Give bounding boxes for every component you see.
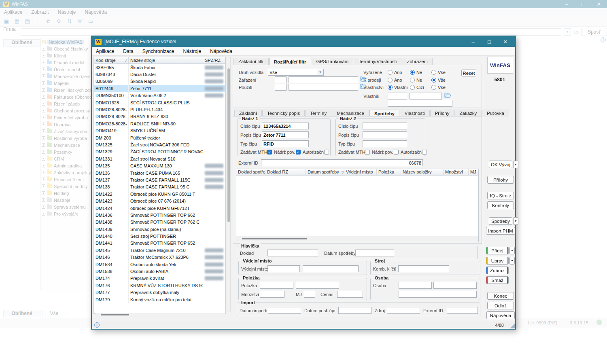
window-list-icon[interactable]: ▤: [23, 17, 32, 25]
osoba-code-input[interactable]: [399, 282, 432, 289]
osoba-name-input[interactable]: [433, 282, 477, 289]
copy-icon[interactable]: ⧉: [45, 17, 53, 25]
spot-eby-button[interactable]: Spotřeby: [489, 217, 512, 225]
tree-item[interactable]: +Speciální moduly: [41, 183, 92, 190]
vydejni-misto-code-input[interactable]: [267, 265, 300, 272]
bg-menu-item[interactable]: Nástroje: [58, 9, 76, 15]
autorizacni-checkbox[interactable]: [422, 150, 427, 154]
table-row[interactable]: DM1440Secí stroj POTTINGER: [94, 233, 225, 239]
expand-icon[interactable]: +: [42, 81, 45, 85]
tree-item[interactable]: +Pro vývojáře: [41, 210, 92, 217]
tree-item[interactable]: +Fakturace (Obchod: [41, 93, 92, 100]
dropdown-arrow-button[interactable]: ▼: [509, 247, 515, 254]
table-row[interactable]: DDMN350100Vozík Vario A 08.2: [94, 92, 225, 99]
datum-importu-input[interactable]: [268, 307, 301, 314]
nadrz1-cislo-cipu-input[interactable]: [262, 123, 309, 129]
tree-item[interactable]: +Rostlinná výroba: [41, 135, 92, 142]
window-titlebar[interactable]: W [MOJE_FIRMA] Evidence vozidel – □ ✕: [92, 36, 515, 47]
tree-item[interactable]: +Procesní řízení: [41, 176, 92, 183]
mj-input[interactable]: [304, 291, 315, 298]
komb-klicu-input[interactable]: [398, 265, 449, 272]
tree-item[interactable]: +Nástroje: [41, 197, 92, 203]
tree-item[interactable]: +Řízení zásob: [41, 100, 92, 107]
expand-icon[interactable]: +: [42, 150, 45, 154]
menu-item[interactable]: Data: [123, 49, 133, 54]
expand-icon[interactable]: +: [42, 95, 45, 99]
grid-column-header[interactable]: Výdejní místo: [344, 169, 377, 175]
kontroly-button[interactable]: Kontroly: [487, 201, 514, 209]
expand-icon[interactable]: +: [42, 157, 45, 161]
table-row[interactable]: DDMO419SMYK LUČNÍ 5M: [94, 127, 225, 134]
grid-column-header[interactable]: Množství: [444, 169, 469, 175]
table-row[interactable]: DDMO28-8028-PLUH-PH-1-434: [94, 106, 225, 113]
firma-input[interactable]: [21, 28, 561, 36]
maximize-button[interactable]: □: [481, 37, 497, 47]
dropdown-arrow-button[interactable]: ▼: [513, 161, 518, 168]
table-row[interactable]: DM1534Osobní auto škoda Yeti: [94, 261, 225, 268]
favorites-panel-header[interactable]: Oblíbené: [3, 39, 40, 47]
grid-column-header[interactable]: MJ: [469, 169, 478, 175]
tree-root-item[interactable]: ▤Nabídka WinFAS: [41, 38, 92, 45]
window-cascade-icon[interactable]: ▦: [13, 17, 21, 25]
tree-item[interactable]: +Manažerské řízení: [41, 73, 92, 80]
datum-posl-upr-input[interactable]: [338, 307, 371, 314]
iq-stroje-button[interactable]: IQ - Stroje: [487, 192, 514, 199]
expand-icon[interactable]: +: [42, 212, 45, 216]
folder-open-icon[interactable]: [444, 92, 451, 99]
minimize-button[interactable]: –: [465, 37, 481, 47]
tree-item[interactable]: +Finanční modul: [41, 59, 92, 66]
import-externi-id-input[interactable]: [447, 307, 478, 314]
folder-open-icon[interactable]: 🗁: [573, 29, 579, 35]
table-row[interactable]: DM146Traktor McCormick X7.623P6: [94, 254, 225, 261]
zdroj-input[interactable]: [387, 307, 420, 314]
tree-item[interactable]: +Doprava: [41, 121, 92, 128]
table-row[interactable]: DM1331Žací stroj Novacat S10: [94, 155, 225, 162]
table-row[interactable]: DM1423Obraceč píce 07 676 (2014): [94, 197, 225, 204]
tree-item[interactable]: +Obecné číselníky: [41, 45, 92, 52]
nadrz2-popis-cipu-input[interactable]: [363, 131, 407, 138]
chevron-down-icon[interactable]: ▼: [564, 28, 571, 36]
expand-icon[interactable]: +: [42, 171, 45, 174]
k_prodeji-radio-ne[interactable]: [410, 78, 415, 83]
close-button[interactable]: ✕: [591, 0, 607, 9]
info-icon[interactable]: i: [94, 322, 100, 328]
table-row[interactable]: DM1329ŽACÍ STROJ POTTINNGER NOVACAT: [94, 148, 225, 155]
cena-input[interactable]: [337, 291, 363, 298]
table-row[interactable]: DM136Traktor CASE PUMA 165: [94, 169, 225, 176]
vydejni-misto-name-input[interactable]: [303, 265, 359, 272]
table-row[interactable]: DM179Krmný vozík na mléko pro telat: [94, 296, 225, 303]
odlo--button[interactable]: Odlož: [487, 302, 514, 309]
k_prodeji-radio-ano[interactable]: [388, 78, 393, 83]
window-tile-icon[interactable]: ▣: [2, 17, 11, 25]
expand-icon[interactable]: +: [42, 68, 45, 71]
minimize-button[interactable]: –: [558, 0, 575, 9]
table-row[interactable]: DM1422Obraceč píce KUHN GF 85011 T: [94, 190, 225, 197]
vyrazene-radio-ano[interactable]: [388, 70, 393, 75]
table-row[interactable]: DM135CASE MAXXUM 130: [94, 162, 225, 169]
run-button[interactable]: Spusť: [581, 28, 607, 36]
split-icon[interactable]: ⇅: [66, 17, 74, 25]
machine-table-hscrollbar[interactable]: [96, 313, 225, 317]
bottom-tab-favorites[interactable]: Oblíbené: [3, 310, 40, 317]
mnozstvi-input[interactable]: [260, 291, 284, 298]
pouziti-name-input[interactable]: [289, 84, 358, 91]
konec-button[interactable]: Konec: [487, 292, 514, 300]
expand-icon[interactable]: +: [42, 143, 45, 147]
p-idej-button[interactable]: Přidej: [486, 247, 509, 254]
expand-icon[interactable]: +: [42, 184, 45, 188]
tree-item[interactable]: +Mechanizace: [41, 142, 92, 148]
menu-item[interactable]: Nástroje: [183, 49, 201, 54]
tree-item[interactable]: +Obchodní procesy: [41, 107, 92, 114]
expand-icon[interactable]: +: [42, 123, 45, 126]
tree-item[interactable]: +Administrativa: [41, 162, 92, 169]
pouziti-code-input[interactable]: [275, 84, 287, 91]
table-row[interactable]: DM138Traktor CASE FARMALL 95 C: [94, 184, 225, 190]
reset-button[interactable]: Reset: [461, 70, 476, 76]
menu-item[interactable]: Nápověda: [210, 49, 232, 54]
vlastnictvi-radio-cizí[interactable]: [410, 85, 415, 90]
bg-menu-item[interactable]: Nápověda: [85, 9, 107, 15]
table-row[interactable]: DM1424obraceč píce KUHN GF8712T: [94, 205, 225, 212]
tree-item[interactable]: +Majetek: [41, 80, 92, 87]
nadrz2-typ-cipu-input[interactable]: [363, 140, 407, 147]
menu-item[interactable]: Aplikace: [96, 49, 114, 54]
